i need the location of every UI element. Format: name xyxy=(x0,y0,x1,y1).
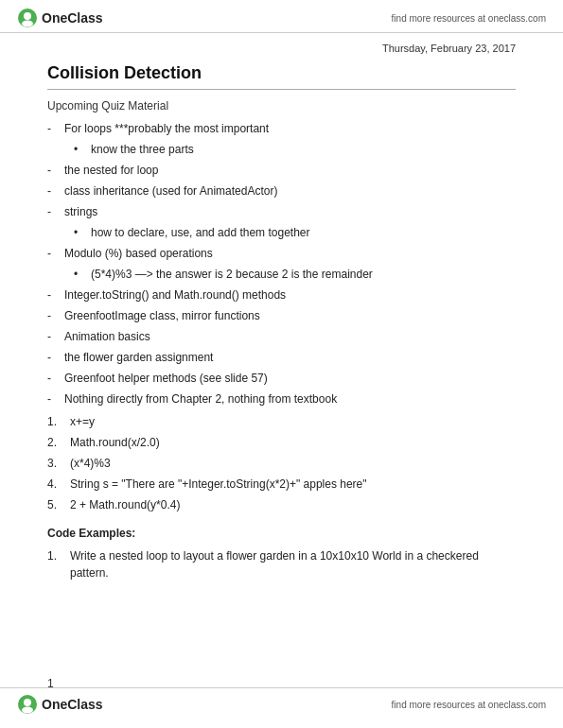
numbered-item: 3.(x*4)%3 xyxy=(47,455,516,472)
dash-bullet: - xyxy=(47,203,61,220)
svg-point-4 xyxy=(24,699,31,706)
list-item: -Nothing directly from Chapter 2, nothin… xyxy=(47,390,516,407)
list-item: -Modulo (%) based operations xyxy=(47,245,516,262)
list-item-text: Animation basics xyxy=(64,328,150,345)
numbered-item-text: Math.round(x/2.0) xyxy=(70,434,160,451)
list-item: -class inheritance (used for AnimatedAct… xyxy=(47,182,516,199)
numbered-item: 4.String s = "There are "+Integer.toStri… xyxy=(47,476,516,493)
numbered-item-text: String s = "There are "+Integer.toString… xyxy=(70,476,367,493)
section-heading: Upcoming Quiz Material xyxy=(47,99,516,113)
list-item-text: Nothing directly from Chapter 2, nothing… xyxy=(64,390,337,407)
list-item-text: Greenfoot helper methods (see slide 57) xyxy=(64,370,268,387)
sub-bullet: • xyxy=(74,141,87,158)
list-item-text: class inheritance (used for AnimatedActo… xyxy=(64,182,277,199)
code-section: Code Examples: 1.Write a nested loop to … xyxy=(47,527,516,581)
title-divider xyxy=(47,89,516,90)
number-label: 2. xyxy=(47,434,66,451)
list-item: -GreenfootImage class, mirror functions xyxy=(47,307,516,324)
list-item-text: Integer.toString() and Math.round() meth… xyxy=(64,286,286,303)
numbered-item: 1.x+=y xyxy=(47,413,516,430)
sub-list: •(5*4)%3 —> the answer is 2 because 2 is… xyxy=(74,266,516,283)
footer-logo-icon xyxy=(17,694,38,715)
list-item: -strings xyxy=(47,203,516,220)
list-item: -Greenfoot helper methods (see slide 57) xyxy=(47,370,516,387)
dash-bullet: - xyxy=(47,120,61,137)
number-label: 4. xyxy=(47,476,66,493)
dash-bullet: - xyxy=(47,307,61,324)
list-item-text: GreenfootImage class, mirror functions xyxy=(64,307,260,324)
footer-url: find more resources at oneclass.com xyxy=(392,700,546,710)
dash-bullet: - xyxy=(47,182,61,199)
dash-bullet: - xyxy=(47,328,61,345)
footer-logo: OneClass xyxy=(17,694,103,715)
list-item: -For loops ***probably the most importan… xyxy=(47,120,516,137)
list-item: -Animation basics xyxy=(47,328,516,345)
header-logo-text: OneClass xyxy=(42,10,103,26)
header-url: find more resources at oneclass.com xyxy=(392,13,546,24)
number-label: 5. xyxy=(47,496,66,513)
list-item-text: the nested for loop xyxy=(64,162,158,179)
dash-bullet: - xyxy=(47,370,61,387)
dash-bullet: - xyxy=(47,390,61,407)
sub-bullet: • xyxy=(74,224,87,241)
code-section-heading: Code Examples: xyxy=(47,527,516,540)
list-item-text: strings xyxy=(64,203,97,220)
list-item-text: the flower garden assignment xyxy=(64,349,213,366)
numbered-list: 1.x+=y2.Math.round(x/2.0)3.(x*4)%34.Stri… xyxy=(47,413,516,513)
header-logo: OneClass xyxy=(17,8,103,28)
dash-bullet: - xyxy=(47,286,61,303)
svg-point-2 xyxy=(22,21,33,27)
date-display: Thursday, February 23, 2017 xyxy=(47,43,516,54)
sub-bullet: • xyxy=(74,266,87,283)
numbered-item: 5.2 + Math.round(y*0.4) xyxy=(47,496,516,513)
page-title: Collision Detection xyxy=(47,63,516,83)
sub-item: •know the three parts xyxy=(74,141,516,158)
list-item: -Integer.toString() and Math.round() met… xyxy=(47,286,516,303)
dash-bullet: - xyxy=(47,245,61,262)
list-item: -the nested for loop xyxy=(47,162,516,179)
numbered-item-text: x+=y xyxy=(70,413,95,430)
sub-item-text: how to declare, use, and add them togeth… xyxy=(91,224,310,241)
svg-point-1 xyxy=(24,12,31,20)
main-list: -For loops ***probably the most importan… xyxy=(47,120,516,407)
svg-point-5 xyxy=(22,707,33,714)
number-label: 1. xyxy=(47,413,66,430)
main-content: Thursday, February 23, 2017 Collision De… xyxy=(0,33,563,623)
sub-list: •how to declare, use, and add them toget… xyxy=(74,224,516,241)
numbered-item-text: 2 + Math.round(y*0.4) xyxy=(70,496,180,513)
page-footer: OneClass find more resources at oneclass… xyxy=(0,687,563,720)
list-item-text: Modulo (%) based operations xyxy=(64,245,213,262)
numbered-item-text: (x*4)%3 xyxy=(70,455,111,472)
sub-list: •know the three parts xyxy=(74,141,516,158)
numbered-item: 2.Math.round(x/2.0) xyxy=(47,434,516,451)
code-item-text: Write a nested loop to layout a flower g… xyxy=(70,547,516,581)
dash-bullet: - xyxy=(47,162,61,179)
sub-item: •(5*4)%3 —> the answer is 2 because 2 is… xyxy=(74,266,516,283)
dash-bullet: - xyxy=(47,349,61,366)
oneclass-logo-icon xyxy=(17,8,38,28)
list-item-text: For loops ***probably the most important xyxy=(64,120,269,137)
sub-item-text: know the three parts xyxy=(91,141,194,158)
page-header: OneClass find more resources at oneclass… xyxy=(0,0,563,33)
number-label: 3. xyxy=(47,455,66,472)
code-number: 1. xyxy=(47,547,66,581)
sub-item-text: (5*4)%3 —> the answer is 2 because 2 is … xyxy=(91,266,373,283)
sub-item: •how to declare, use, and add them toget… xyxy=(74,224,516,241)
code-item: 1.Write a nested loop to layout a flower… xyxy=(47,547,516,581)
footer-logo-text: OneClass xyxy=(42,697,103,712)
list-item: -the flower garden assignment xyxy=(47,349,516,366)
code-examples-list: 1.Write a nested loop to layout a flower… xyxy=(47,547,516,581)
